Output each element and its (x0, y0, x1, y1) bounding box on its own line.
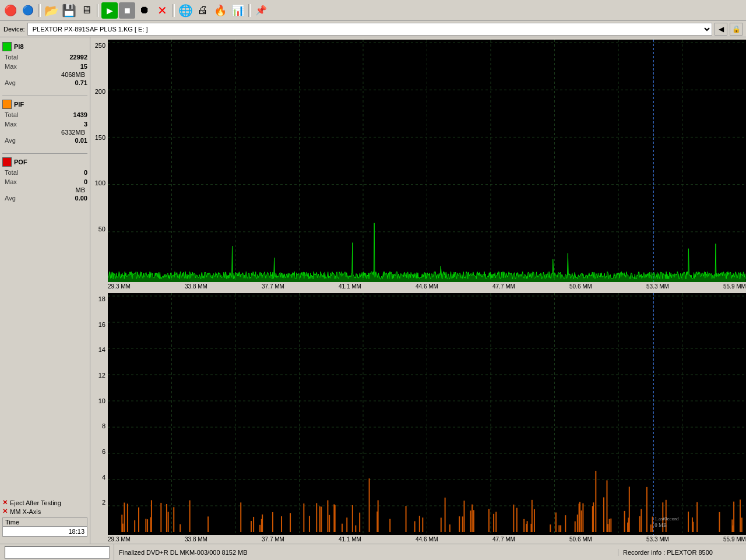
pi8-label: PI8 (14, 43, 24, 50)
x2-8: 53.3 MM (646, 536, 669, 543)
left-panel: PI8 Total 22992 Max 15 4068MB Avg 0.71 (0, 37, 90, 544)
device-lock-button[interactable]: 🔒 (730, 23, 743, 36)
chart-button[interactable]: 📊 (230, 2, 246, 19)
status-recorder-info: Recorder info : PLEXTOR 8500 (618, 549, 746, 556)
x1-5: 44.6 MM (416, 283, 438, 290)
pin-button[interactable]: 📌 (253, 2, 269, 19)
chart-area: 250 200 150 100 50 29.3 MM 33.8 MM 37.7 … (90, 37, 746, 544)
eject-checkbox-x[interactable]: ✕ (2, 499, 8, 506)
play-button[interactable]: ▶ (101, 2, 118, 19)
pi8-color-box (2, 42, 12, 51)
status-disc-info: Finalized DVD+R DL MKM-003/000 8152 MB (114, 549, 618, 556)
mm-row: ✕ MM X-Axis (2, 508, 87, 515)
pi8-avg-val: 0.71 (75, 78, 87, 87)
pof-total-val: 0 (84, 168, 87, 177)
chart1-container: 250 200 150 100 50 (90, 37, 746, 282)
x2-5: 44.6 MM (416, 536, 438, 543)
pif-label: PIF (14, 101, 24, 108)
status-bar: Finalized DVD+R DL MKM-003/000 8152 MB R… (0, 544, 746, 560)
chart2-canvas-wrap (108, 293, 746, 535)
y2-6: 6 (102, 448, 105, 455)
drive-button[interactable]: 🖥 (78, 2, 94, 19)
pif-color-box (2, 100, 12, 109)
pi8-legend: PI8 Total 22992 Max 15 4068MB Avg 0.71 (2, 42, 87, 87)
device-bar: Device: PLEXTOR PX-891SAF PLUS 1.KG [ E:… (0, 21, 746, 37)
x2-2: 33.8 MM (185, 536, 207, 543)
pif-chart (108, 293, 746, 535)
time-header: Time (3, 518, 87, 527)
status-input-segment (0, 544, 114, 560)
pi8-max-key: Max (5, 62, 17, 71)
pi8-stats: Total 22992 Max 15 4068MB Avg 0.71 (2, 52, 87, 87)
pi8-mid-val: 4068MB (5, 71, 87, 78)
toolbar-sep-4 (248, 4, 251, 17)
pif-avg-key: Avg (5, 136, 16, 145)
y2-16: 16 (98, 321, 105, 328)
pof-color-box (2, 157, 12, 167)
save-button[interactable]: 💾 (61, 2, 77, 19)
pif-legend: PIF Total 1439 Max 3 6332MB Avg 0.01 (2, 100, 87, 145)
fire-button[interactable]: 🔥 (212, 2, 228, 19)
toolbar-sep-1 (38, 4, 41, 17)
y2-12: 12 (98, 372, 105, 379)
y1-200: 200 (95, 88, 105, 95)
eject-row: ✕ Eject After Testing (2, 499, 87, 506)
x1-3: 37.7 MM (262, 283, 284, 290)
refresh-button[interactable]: 🔵 (20, 2, 36, 19)
device-back-button[interactable]: ◀ (715, 23, 727, 36)
left-bottom-controls: ✕ Eject After Testing ✕ MM X-Axis Time 1… (2, 496, 87, 539)
stop-button[interactable]: ⏹ (119, 2, 135, 19)
time-box: Time 18:13 (2, 517, 87, 537)
cancel-button[interactable]: ✕ (154, 2, 170, 19)
chart2-container: 18 16 14 12 10 8 6 4 2 (90, 291, 746, 535)
open-button[interactable]: 📂 (43, 2, 59, 19)
globe-button[interactable]: 🌐 (177, 2, 193, 19)
y2-8: 8 (102, 422, 105, 429)
x1-9: 55.9 MM (723, 283, 746, 290)
pof-max-key: Max (5, 177, 17, 186)
y2-18: 18 (98, 295, 105, 302)
device-select[interactable]: PLEXTOR PX-891SAF PLUS 1.KG [ E: ] (27, 23, 712, 36)
pi8-chart (108, 40, 746, 282)
pof-avg-key: Avg (5, 193, 16, 203)
device-label: Device: (3, 26, 25, 33)
pif-total-val: 1439 (73, 110, 87, 119)
x1-1: 29.3 MM (108, 283, 131, 290)
chart1-y-axis: 250 200 150 100 50 (90, 40, 108, 282)
pif-stats: Total 1439 Max 3 6332MB Avg 0.01 (2, 110, 87, 145)
pif-max-key: Max (5, 119, 17, 129)
y2-2: 2 (102, 499, 105, 506)
pif-max-val: 3 (84, 119, 87, 129)
chart1-x-axis: 29.3 MM 33.8 MM 37.7 MM 41.1 MM 44.6 MM … (90, 282, 746, 291)
pif-avg-val: 0.01 (75, 136, 87, 145)
divider-2 (2, 153, 87, 154)
status-input[interactable] (5, 546, 110, 559)
x2-6: 47.7 MM (492, 536, 515, 543)
mm-checkbox-x[interactable]: ✕ (2, 508, 8, 515)
y1-100: 100 (95, 179, 105, 186)
pi8-total-val: 22992 (69, 52, 87, 62)
toolbar-sep-2 (97, 4, 99, 17)
y2-14: 14 (98, 346, 105, 353)
eject-label: Eject After Testing (10, 499, 61, 506)
y1-50: 50 (98, 226, 105, 233)
toolbar-sep-3 (173, 4, 175, 17)
y1-250: 250 (95, 42, 105, 49)
pof-total-key: Total (5, 168, 18, 177)
x2-4: 41.1 MM (339, 536, 361, 543)
chart1-canvas-wrap (108, 40, 746, 282)
pif-total-key: Total (5, 110, 18, 119)
record-button[interactable]: ⏺ (136, 2, 153, 19)
x2-9: 55.9 MM (723, 536, 746, 543)
pi8-total-key: Total (5, 52, 18, 62)
print-button[interactable]: 🖨 (195, 2, 211, 19)
pof-legend: POF Total 0 Max 0 MB Avg 0.00 (2, 157, 87, 203)
time-value: 18:13 (3, 527, 87, 536)
y2-4: 4 (102, 474, 105, 481)
x1-2: 33.8 MM (185, 283, 207, 290)
pof-max-val: 0 (84, 177, 87, 186)
pof-label: POF (14, 159, 27, 165)
pi8-max-val: 15 (80, 62, 87, 71)
y2-10: 10 (98, 397, 105, 404)
power-button[interactable]: 🔴 (2, 2, 19, 19)
